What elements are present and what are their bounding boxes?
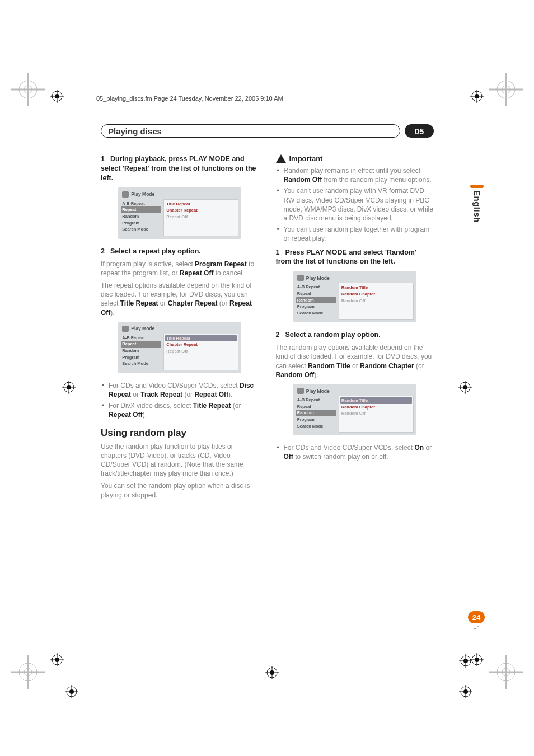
paragraph: The random play options available depend… [276, 343, 434, 379]
step-2-random: 2Select a random play option. [276, 330, 434, 340]
menu-right-item-dim: Random Off [341, 298, 411, 304]
bullet: For CDs and Video CD/Super VCDs, select … [101, 381, 259, 399]
warning-icon [276, 154, 286, 163]
registration-mark [58, 376, 80, 398]
menu-left-item: Program [297, 303, 335, 310]
menu-right-item: Random Chapter [341, 404, 411, 411]
menu-left-item: Random [122, 348, 160, 354]
play-mode-menu-repeat-title: Play Mode A-B Repeat Repeat Random Progr… [118, 322, 241, 373]
step-1-text: During playback, press PLAY MODE and sel… [101, 155, 256, 182]
registration-mark [455, 680, 477, 703]
menu-left-list: A-B Repeat Repeat Random Program Search … [121, 199, 161, 236]
menu-left-list: A-B Repeat Repeat Random Program Search … [121, 334, 161, 370]
menu-left-item: Search Mode [297, 423, 335, 430]
menu-right-item-dim: Repeat Off [166, 214, 236, 220]
print-rosette-bl [11, 655, 45, 689]
menu-right-item-highlight: Title Repeat [165, 335, 237, 342]
menu-right-list: Title Repeat Chapter Repeat Repeat Off [163, 334, 238, 370]
registration-mark [455, 650, 477, 672]
paragraph: Use the random play function to play tit… [101, 442, 259, 478]
menu-left-item: A-B Repeat [122, 335, 160, 341]
step-2-text: Select a random play option. [285, 331, 380, 339]
menu-left-item: Repeat [297, 290, 335, 297]
menu-left-item: A-B Repeat [297, 284, 335, 290]
bullet-list: For CDs and Video CD/Super VCDs, select … [101, 381, 259, 420]
paragraph: The repeat options available depend on t… [101, 281, 259, 317]
registration-mark [261, 661, 283, 684]
menu-left-item: A-B Repeat [297, 397, 335, 403]
menu-left-item: A-B Repeat [122, 200, 160, 207]
registration-mark [46, 85, 68, 107]
menu-right-item: Random Title [341, 284, 411, 291]
registration-mark [466, 85, 488, 107]
bullet: For DivX video discs, select Title Repea… [101, 401, 259, 419]
step-2-repeat: 2Select a repeat play option. [101, 247, 259, 256]
menu-left-item: Random [122, 213, 160, 220]
menu-right-item: Chapter Repeat [166, 207, 236, 214]
menu-left-item: Search Mode [122, 226, 160, 233]
bullet: Random play remains in effect until you … [276, 166, 434, 184]
menu-right-list: Random Title Random Chapter Random Off [339, 283, 414, 320]
menu-left-item-selected: Repeat [121, 341, 161, 348]
menu-title: Play Mode [306, 388, 330, 394]
menu-left-list: A-B Repeat Repeat Random Program Search … [296, 396, 336, 433]
paragraph: If program play is active, select Progra… [101, 260, 259, 278]
bullet-list: For CDs and Video CD/Super VCDs, select … [276, 443, 434, 461]
menu-title: Play Mode [306, 275, 330, 281]
registration-mark [454, 376, 476, 398]
play-mode-menu-random-title: Play Mode A-B Repeat Repeat Random Progr… [293, 384, 416, 435]
chapter-number-badge: 05 [405, 124, 434, 138]
chapter-title: Playing discs [101, 124, 400, 138]
menu-left-item: Program [297, 416, 335, 423]
playmode-icon [122, 191, 129, 198]
important-label: Important [289, 154, 323, 163]
registration-mark [46, 649, 68, 671]
menu-title: Play Mode [131, 191, 154, 197]
print-rosette-tr [489, 73, 523, 106]
bullet-list: Random play remains in effect until you … [276, 166, 434, 243]
print-rosette-tl [11, 73, 45, 106]
page-number: 24 En [468, 611, 485, 630]
step-1-random: 1Press PLAY MODE and select 'Random' fro… [276, 248, 434, 267]
menu-right-item-highlight: Random Title [340, 397, 412, 404]
bullet: You can't use random play with VR format… [276, 186, 434, 223]
bullet: You can't use random play together with … [276, 225, 434, 243]
header-meta: 05_playing_discs.fm Page 24 Tuesday, Nov… [96, 95, 283, 102]
menu-left-item-selected: Random [296, 410, 336, 416]
menu-left-list: A-B Repeat Repeat Random Program Search … [296, 283, 336, 320]
menu-right-list: Title Repeat Chapter Repeat Repeat Off [163, 199, 238, 236]
menu-left-item: Search Mode [297, 310, 335, 317]
print-rosette-br [489, 655, 523, 689]
playmode-icon [122, 326, 129, 332]
menu-left-item: Repeat [297, 403, 335, 410]
menu-left-item-selected: Repeat [121, 206, 161, 213]
menu-left-item: Program [122, 220, 160, 227]
menu-left-item-selected: Random [296, 297, 336, 304]
menu-left-item: Search Mode [122, 360, 160, 367]
step-2-text: Select a repeat play option. [110, 247, 201, 255]
language-label: English [472, 190, 482, 223]
page-number-badge: 24 [468, 611, 485, 623]
menu-title: Play Mode [131, 326, 154, 331]
menu-right-item-dim: Repeat Off [166, 348, 236, 355]
playmode-icon [297, 388, 304, 394]
menu-right-item: Title Repeat [166, 201, 236, 208]
header-rule [95, 92, 472, 92]
step-1-repeat: 1During playback, press PLAY MODE and se… [101, 154, 259, 183]
menu-right-item-dim: Random Off [341, 410, 411, 417]
language-tab: English [469, 185, 485, 223]
play-mode-menu-random: Play Mode A-B Repeat Repeat Random Progr… [293, 271, 416, 322]
paragraph: You can set the random play option when … [101, 481, 259, 499]
play-mode-menu-repeat: Play Mode A-B Repeat Repeat Random Progr… [118, 187, 241, 239]
menu-right-item: Random Chapter [341, 291, 411, 298]
heading-random-play: Using random play [101, 428, 259, 439]
page-number-lang: En [468, 624, 485, 630]
step-1-text: Press PLAY MODE and select 'Random' from… [276, 248, 416, 266]
accent-bar [470, 185, 484, 188]
playmode-icon [297, 275, 304, 281]
menu-right-list: Random Title Random Chapter Random Off [339, 396, 414, 433]
important-heading: Important [276, 154, 434, 163]
menu-left-item: Program [122, 354, 160, 361]
bullet: For CDs and Video CD/Super VCDs, select … [276, 443, 434, 461]
registration-mark [60, 680, 83, 703]
